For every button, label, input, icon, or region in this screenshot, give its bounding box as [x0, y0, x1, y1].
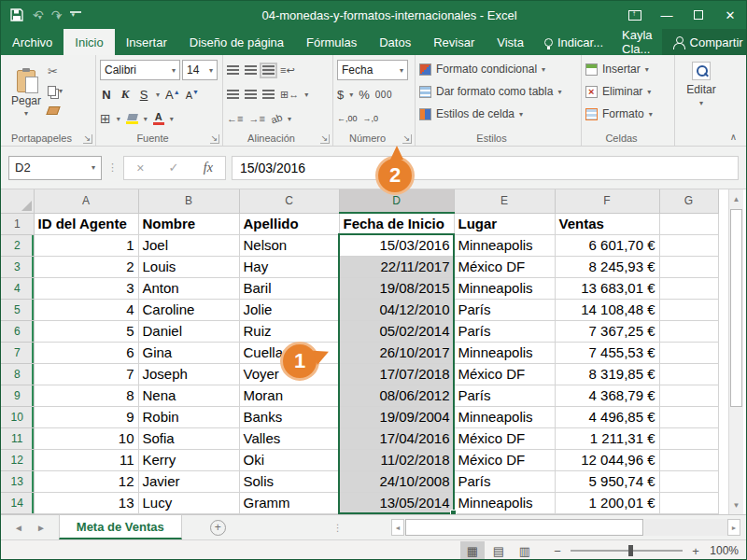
paste-button[interactable]: Pegar ▾ [5, 58, 48, 129]
zoom-in-icon[interactable]: + [690, 544, 701, 558]
zoom-percentage[interactable]: 100% [703, 544, 739, 557]
cell-F14[interactable]: 1 200,01 € [555, 492, 659, 513]
new-sheet-icon[interactable]: + [210, 520, 226, 536]
cell-F12[interactable]: 12 044,96 € [555, 449, 659, 470]
cell-F1[interactable]: Ventas [555, 213, 659, 234]
cell-C1[interactable]: Apellido [239, 213, 339, 234]
cell-C3[interactable]: Hay [239, 256, 339, 277]
cell-G11[interactable] [659, 427, 718, 449]
cell-D10[interactable]: 19/09/2004 [339, 406, 454, 427]
scroll-left-icon[interactable]: ◄ [391, 519, 404, 536]
fill-color-icon[interactable] [126, 114, 138, 124]
tab-bar-splitter[interactable]: ⋮ [333, 523, 343, 533]
cut-button[interactable]: ✂ [48, 63, 63, 78]
format-painter-button[interactable] [48, 103, 63, 118]
share-button[interactable]: Compartir [662, 29, 747, 55]
cell-B14[interactable]: Lucy [138, 492, 239, 513]
cell-D7[interactable]: 26/10/2017 [339, 342, 454, 363]
cell-F2[interactable]: 6 601,70 € [555, 234, 659, 256]
align-top-icon[interactable] [227, 65, 239, 76]
cell-F11[interactable]: 1 211,31 € [555, 427, 659, 449]
tab-formulas[interactable]: Fórmulas [295, 29, 368, 55]
number-dialog-launcher-icon[interactable]: ↘ [402, 134, 412, 144]
next-sheet-icon[interactable]: ► [36, 523, 46, 533]
cell-G3[interactable] [659, 256, 718, 277]
cell-F4[interactable]: 13 683,01 € [555, 277, 659, 299]
comma-style-icon[interactable]: 000 [375, 90, 392, 100]
cell-C12[interactable]: Oki [239, 449, 339, 470]
decrease-font-size-button[interactable]: A▼ [186, 89, 199, 101]
row-header-3[interactable]: 3 [1, 256, 34, 277]
row-header-6[interactable]: 6 [1, 320, 34, 342]
cell-A3[interactable]: 2 [34, 256, 138, 277]
cell-E3[interactable]: México DF [454, 256, 555, 277]
number-format-combobox[interactable]: Fecha▾ [337, 60, 408, 80]
cell-B1[interactable]: Nombre [138, 213, 239, 234]
tab-insertar[interactable]: Insertar [115, 29, 178, 55]
align-right-icon[interactable] [262, 90, 275, 100]
cancel-icon[interactable]: × [136, 161, 144, 175]
conditional-formatting-button[interactable]: Formato condicional▾ [419, 58, 577, 80]
cell-D2[interactable]: 15/03/2016 [339, 234, 454, 256]
cell-F8[interactable]: 8 319,85 € [555, 363, 659, 385]
cell-D9[interactable]: 08/06/2012 [339, 385, 454, 406]
cell-G9[interactable] [659, 385, 718, 406]
cell-F3[interactable]: 8 245,93 € [555, 256, 659, 277]
cell-C10[interactable]: Banks [239, 406, 339, 427]
increase-indent-icon[interactable]: →≡ [248, 113, 264, 124]
cell-D4[interactable]: 19/08/2015 [339, 277, 454, 299]
cell-B13[interactable]: Javier [138, 470, 239, 492]
cell-B8[interactable]: Joseph [138, 363, 239, 385]
cell-G4[interactable] [659, 277, 718, 299]
cell-G10[interactable] [659, 406, 718, 427]
cell-E4[interactable]: Minneapolis [454, 277, 555, 299]
decrease-indent-icon[interactable]: ←≡ [227, 113, 243, 124]
cell-A11[interactable]: 10 [34, 427, 138, 449]
italic-button[interactable]: K [119, 87, 132, 102]
formula-input[interactable]: 15/03/2016 [232, 156, 739, 180]
font-color-icon[interactable]: A [153, 112, 164, 125]
formula-bar-splitter[interactable]: ⋮ [107, 161, 118, 174]
scroll-down-icon[interactable]: ▼ [729, 496, 743, 514]
cell-E8[interactable]: México DF [454, 363, 555, 385]
column-header-A[interactable]: A [34, 189, 138, 213]
tab-diseno-de-pagina[interactable]: Diseño de página [178, 29, 295, 55]
cell-E7[interactable]: Minneapolis [454, 342, 555, 363]
previous-sheet-icon[interactable]: ◄ [14, 523, 23, 533]
row-header-7[interactable]: 7 [1, 342, 34, 363]
cell-E9[interactable]: París [454, 385, 555, 406]
tab-archivo[interactable]: Archivo [1, 29, 63, 55]
cell-E10[interactable]: Minneapolis [454, 406, 555, 427]
cell-A10[interactable]: 9 [34, 406, 138, 427]
cell-G7[interactable] [659, 342, 718, 363]
cell-A4[interactable]: 3 [34, 277, 138, 299]
maximize-button[interactable] [683, 1, 714, 29]
cell-E12[interactable]: México DF [454, 449, 555, 470]
cell-C9[interactable]: Moran [239, 385, 339, 406]
ribbon-display-options-button[interactable] [619, 1, 651, 29]
cell-E14[interactable]: Minneapolis [454, 492, 555, 513]
cell-A5[interactable]: 4 [34, 299, 138, 320]
cell-C2[interactable]: Nelson [239, 234, 339, 256]
row-header-1[interactable]: 1 [1, 213, 34, 234]
tab-vista[interactable]: Vista [486, 29, 535, 55]
column-header-B[interactable]: B [138, 189, 239, 213]
cell-G8[interactable] [659, 363, 718, 385]
save-icon[interactable] [10, 8, 23, 21]
cell-E11[interactable]: México DF [454, 427, 555, 449]
vertical-scroll-thumb[interactable] [730, 209, 742, 407]
cell-F13[interactable]: 5 950,74 € [555, 470, 659, 492]
align-middle-icon[interactable] [245, 65, 257, 76]
page-break-view-icon[interactable]: ▥ [513, 541, 537, 560]
merge-center-icon[interactable]: ⊞↔ [280, 89, 299, 101]
cell-C6[interactable]: Ruiz [239, 320, 339, 342]
row-header-12[interactable]: 12 [1, 449, 34, 470]
cell-D8[interactable]: 17/07/2018 [339, 363, 454, 385]
tab-revisar[interactable]: Revisar [422, 29, 486, 55]
tab-datos[interactable]: Datos [368, 29, 422, 55]
delete-cells-button[interactable]: Eliminar▾ [585, 80, 670, 103]
sheet-tab-meta-de-ventas[interactable]: Meta de Ventas [59, 515, 182, 539]
collapse-ribbon-icon[interactable]: ∧ [730, 132, 737, 142]
cell-A1[interactable]: ID del Agente [34, 213, 138, 234]
row-header-2[interactable]: 2 [1, 234, 34, 256]
